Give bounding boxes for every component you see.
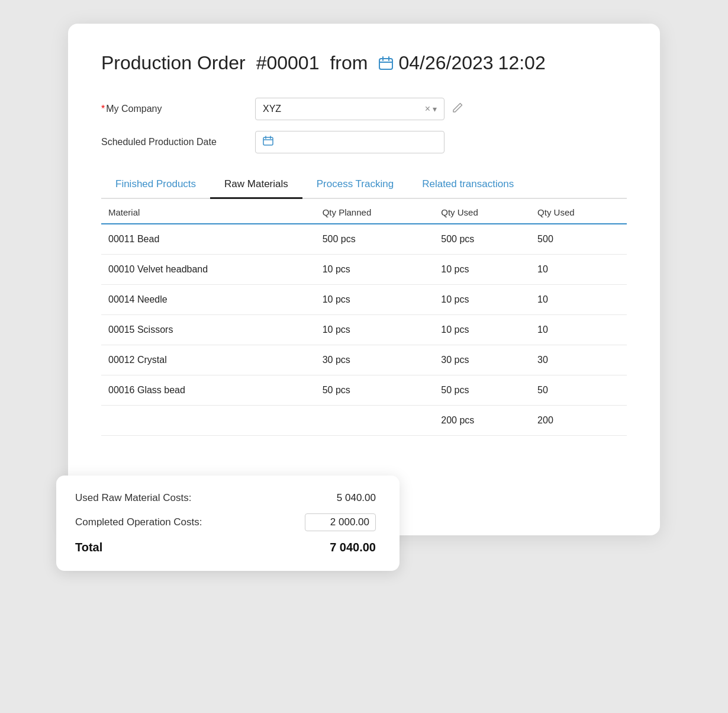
tab-finished-products[interactable]: Finished Products (101, 172, 210, 199)
cell-qty_used_1-6: 200 pcs (434, 406, 530, 436)
time-value: 12:02 (498, 52, 546, 74)
company-row: *My Company XYZ × ▾ (101, 98, 627, 120)
form-section: *My Company XYZ × ▾ Scheduled Produc (101, 98, 627, 153)
chevron-down-icon[interactable]: ▾ (433, 104, 437, 114)
cell-qty_planned-3: 10 pcs (315, 315, 434, 345)
table-row: 200 pcs200 (101, 406, 627, 436)
cell-qty_planned-5: 50 pcs (315, 375, 434, 406)
cell-qty_used_1-2: 10 pcs (434, 285, 530, 315)
table-row: 00010 Velvet headband10 pcs10 pcs10 (101, 255, 627, 285)
order-number: #00001 (256, 52, 320, 74)
table-row: 00011 Bead500 pcs500 pcs500 (101, 224, 627, 255)
cell-material-2: 00014 Needle (101, 285, 315, 315)
from-label: from (330, 52, 368, 74)
cell-qty_used_2-6: 200 (530, 406, 627, 436)
select-actions: × ▾ (425, 104, 437, 114)
total-label: Total (75, 541, 102, 554)
raw-material-cost-row: Used Raw Material Costs: 5 040.00 (75, 492, 376, 504)
main-card: Production Order #00001 from 04/26/2023 … (68, 24, 660, 535)
scheduled-date-label: Scheduled Production Date (101, 137, 255, 147)
cell-qty_planned-1: 10 pcs (315, 255, 434, 285)
cell-qty_planned-6 (315, 406, 434, 436)
operation-cost-label: Completed Operation Costs: (75, 516, 202, 528)
cell-qty_used_2-0: 500 (530, 224, 627, 255)
table-row: 00016 Glass bead50 pcs50 pcs50 (101, 375, 627, 406)
cell-qty_used_2-4: 30 (530, 345, 627, 375)
required-indicator: * (101, 104, 105, 114)
company-select[interactable]: XYZ × ▾ (255, 98, 444, 120)
scheduled-date-input[interactable] (255, 131, 444, 153)
svg-rect-0 (379, 59, 392, 69)
cell-qty_used_1-1: 10 pcs (434, 255, 530, 285)
col-qty-planned: Qty Planned (315, 199, 434, 224)
cell-material-5: 00016 Glass bead (101, 375, 315, 406)
cell-qty_used_2-2: 10 (530, 285, 627, 315)
tabs: Finished Products Raw Materials Process … (101, 172, 627, 199)
tab-raw-materials[interactable]: Raw Materials (210, 172, 302, 199)
cell-qty_used_2-3: 10 (530, 315, 627, 345)
date-value: 04/26/2023 (398, 52, 493, 74)
page-title-area: Production Order #00001 from 04/26/2023 … (101, 52, 627, 74)
table-row: 00015 Scissors10 pcs10 pcs10 (101, 315, 627, 345)
tab-process-tracking[interactable]: Process Tracking (302, 172, 408, 199)
materials-table: Material Qty Planned Qty Used Qty Used 0… (101, 199, 627, 436)
calendar-icon (378, 56, 394, 71)
total-row: Total 7 040.00 (75, 541, 376, 554)
page-title-text: Production Order (101, 52, 246, 74)
raw-material-cost-label: Used Raw Material Costs: (75, 492, 192, 504)
operation-cost-input[interactable]: 2 000.00 (305, 513, 376, 531)
company-label: *My Company (101, 104, 255, 114)
cell-qty_used_1-5: 50 pcs (434, 375, 530, 406)
total-value: 7 040.00 (305, 541, 376, 554)
table-row: 00014 Needle10 pcs10 pcs10 (101, 285, 627, 315)
cell-qty_planned-2: 10 pcs (315, 285, 434, 315)
col-material: Material (101, 199, 315, 224)
date-row: Scheduled Production Date (101, 131, 627, 153)
cell-qty_used_2-5: 50 (530, 375, 627, 406)
tab-related-transactions[interactable]: Related transactions (408, 172, 528, 199)
svg-rect-4 (263, 137, 273, 145)
col-qty-used-2: Qty Used (530, 199, 627, 224)
table-row: 00012 Crystal30 pcs30 pcs30 (101, 345, 627, 375)
cell-qty_used_1-4: 30 pcs (434, 345, 530, 375)
cell-qty_planned-4: 30 pcs (315, 345, 434, 375)
cell-qty_used_2-1: 10 (530, 255, 627, 285)
cell-material-3: 00015 Scissors (101, 315, 315, 345)
cell-material-4: 00012 Crystal (101, 345, 315, 375)
cell-material-0: 00011 Bead (101, 224, 315, 255)
company-input-group: XYZ × ▾ (255, 98, 463, 120)
date-area: 04/26/2023 12:02 (378, 52, 545, 74)
cell-qty_used_1-3: 10 pcs (434, 315, 530, 345)
cell-qty_used_1-0: 500 pcs (434, 224, 530, 255)
raw-material-cost-value: 5 040.00 (305, 492, 376, 504)
cell-material-6 (101, 406, 315, 436)
company-select-value: XYZ (263, 104, 425, 114)
cost-summary-card: Used Raw Material Costs: 5 040.00 Comple… (56, 476, 400, 571)
col-qty-used-1: Qty Used (434, 199, 530, 224)
date-calendar-icon (263, 136, 273, 149)
table-header-row: Material Qty Planned Qty Used Qty Used (101, 199, 627, 224)
clear-button[interactable]: × (425, 104, 430, 114)
operation-cost-row: Completed Operation Costs: 2 000.00 (75, 513, 376, 531)
cell-qty_planned-0: 500 pcs (315, 224, 434, 255)
cell-material-1: 00010 Velvet headband (101, 255, 315, 285)
edit-icon[interactable] (452, 102, 463, 117)
table-section: Material Qty Planned Qty Used Qty Used 0… (101, 199, 627, 436)
